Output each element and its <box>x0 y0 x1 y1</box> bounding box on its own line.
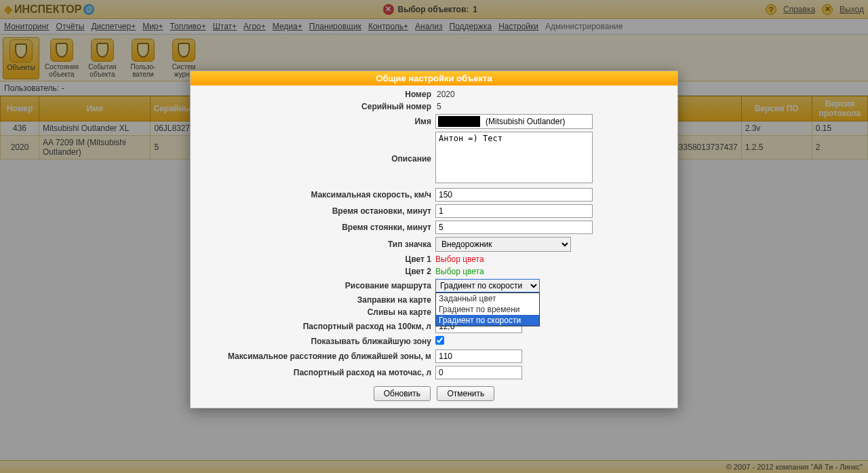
label-number: Номер <box>197 90 431 99</box>
modal-overlay: Общие настройки объекта Номер 2020 Серий… <box>0 0 868 473</box>
dialog-buttons: Обновить Отменить <box>197 386 671 401</box>
label-route: Рисование маршрута <box>197 281 431 290</box>
consh-input[interactable] <box>435 366 522 379</box>
label-color2: Цвет 2 <box>197 267 431 276</box>
showzone-checkbox[interactable] <box>435 336 444 345</box>
route-option-time[interactable]: Градиент по времени <box>436 304 539 315</box>
color2-link[interactable]: Выбор цвета <box>435 267 484 276</box>
icontype-select[interactable]: Внедорожник <box>435 237 571 252</box>
route-option-fixed[interactable]: Заданный цвет <box>436 293 539 304</box>
label-maxspeed: Максимальная скорость, км/ч <box>197 190 431 200</box>
stoptime-input[interactable] <box>435 204 593 218</box>
dialog-title: Общие настройки объекта <box>191 71 677 86</box>
label-fuelin: Заправки на карте <box>197 295 431 305</box>
parktime-input[interactable] <box>435 221 593 234</box>
label-icontype: Тип значка <box>197 240 431 249</box>
update-button[interactable]: Обновить <box>374 386 431 401</box>
label-serial: Серийный номер <box>197 102 431 111</box>
label-showzone: Показывать ближайшую зону <box>197 337 431 346</box>
desc-textarea[interactable]: Антон =) Тест <box>435 132 593 183</box>
route-select[interactable]: Градиент по скорости <box>435 279 540 292</box>
color1-link[interactable]: Выбор цвета <box>435 254 484 264</box>
label-name: Имя <box>197 117 431 126</box>
object-settings-dialog: Общие настройки объекта Номер 2020 Серий… <box>190 71 678 409</box>
label-cons100: Паспортный расход на 100км, л <box>197 322 431 331</box>
route-option-speed[interactable]: Градиент по скорости <box>436 315 539 326</box>
redacted-name-icon <box>438 116 480 127</box>
label-maxdist: Максимальное расстояние до ближайшей зон… <box>197 352 431 361</box>
value-serial: 5 <box>435 102 671 111</box>
cancel-button[interactable]: Отменить <box>437 386 494 401</box>
route-dropdown-list: Заданный цвет Градиент по времени Градие… <box>435 292 540 326</box>
label-parktime: Время стоянки, минут <box>197 223 431 232</box>
dialog-form: Номер 2020 Серийный номер 5 Имя Описание… <box>191 86 677 408</box>
label-color1: Цвет 1 <box>197 254 431 264</box>
label-consh: Паспортный расход на моточас, л <box>197 368 431 377</box>
name-input[interactable] <box>483 115 590 128</box>
maxspeed-input[interactable] <box>435 188 593 202</box>
label-stoptime: Время остановки, минут <box>197 206 431 216</box>
label-desc: Описание <box>197 154 431 164</box>
label-fuelout: Сливы на карте <box>197 307 431 317</box>
value-number: 2020 <box>435 90 671 99</box>
maxdist-input[interactable] <box>435 349 522 363</box>
